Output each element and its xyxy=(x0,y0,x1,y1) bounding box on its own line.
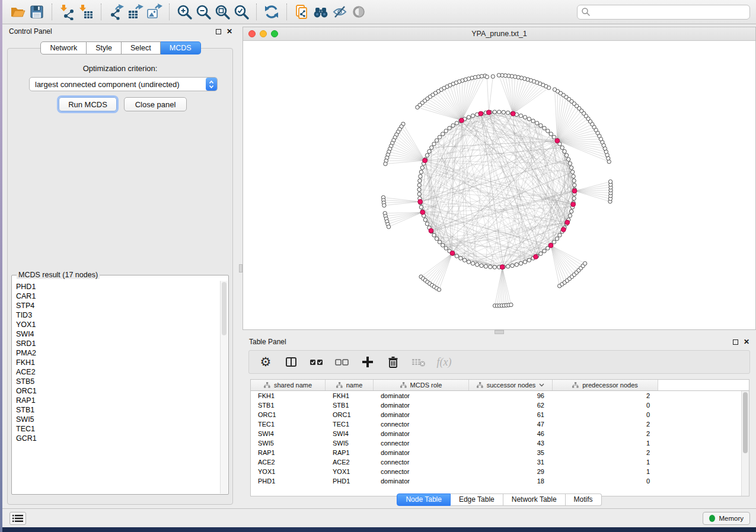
apply-layout-icon[interactable] xyxy=(262,2,281,21)
tab-node-table[interactable]: Node Table xyxy=(397,493,451,506)
mcds-result-item[interactable]: FKH1 xyxy=(16,358,220,367)
mcds-result-item[interactable]: PMA2 xyxy=(16,348,220,358)
tab-mcds[interactable]: MCDS xyxy=(161,41,201,55)
mcds-result-item[interactable]: SWI5 xyxy=(16,415,220,424)
show-columns-icon[interactable] xyxy=(283,354,299,370)
column-header-shared-name[interactable]: shared name xyxy=(251,380,326,390)
mcds-result-item[interactable]: ORC1 xyxy=(16,386,220,396)
minimize-window-icon[interactable] xyxy=(260,30,267,37)
memory-button[interactable]: Memory xyxy=(703,512,750,525)
table-row[interactable]: PHD1PHD1dominator180 xyxy=(251,476,749,486)
tab-select[interactable]: Select xyxy=(122,41,161,55)
delete-table-icon xyxy=(411,354,426,370)
table-row[interactable]: RAP1RAP1dominator352 xyxy=(251,448,749,457)
table-cell: PHD1 xyxy=(326,477,374,485)
table-cell: connector xyxy=(374,459,469,466)
table-toolbar: ⚙ xyxy=(248,350,750,374)
float-panel-icon[interactable] xyxy=(216,29,221,34)
import-network-icon[interactable] xyxy=(58,2,76,21)
tab-network-table[interactable]: Network Table xyxy=(503,493,566,506)
table-row[interactable]: SWI4SWI4dominator462 xyxy=(251,429,749,438)
optimization-select[interactable]: largest connected component (undirected) xyxy=(29,77,218,91)
close-panel-icon[interactable]: ✕ xyxy=(227,28,232,35)
mcds-result-list[interactable]: PHD1CAR1STP4TID3YOX1SWI4SRD1PMA2FKH1ACE2… xyxy=(12,281,220,493)
mcds-result-item[interactable]: TID3 xyxy=(16,310,220,320)
node-table: shared namenameMCDS rolesuccessor nodesp… xyxy=(250,379,749,496)
zoom-in-icon[interactable] xyxy=(175,2,194,21)
mcds-result-item[interactable]: STP4 xyxy=(16,301,220,310)
table-row[interactable]: TEC1TEC1connector472 xyxy=(251,419,749,429)
table-row[interactable]: YOX1YOX1connector291 xyxy=(251,467,749,476)
run-mcds-button[interactable]: Run MCDS xyxy=(59,97,117,111)
zoom-fit-icon[interactable] xyxy=(213,2,232,21)
mcds-result-item[interactable]: STB5 xyxy=(16,377,220,386)
close-window-icon[interactable] xyxy=(248,30,256,37)
zoom-selected-icon[interactable] xyxy=(232,2,251,21)
create-column-plus-icon[interactable] xyxy=(360,354,375,370)
column-header-label: MCDS role xyxy=(410,382,442,389)
mcds-result-item[interactable]: SWI4 xyxy=(16,329,220,339)
table-row[interactable]: ACE2ACE2connector311 xyxy=(251,457,749,467)
table-cell: 1 xyxy=(553,459,658,466)
maximize-window-icon[interactable] xyxy=(271,30,278,37)
zoom-out-icon[interactable] xyxy=(194,2,213,21)
horizontal-splitter-grip[interactable] xyxy=(495,330,504,334)
mcds-result-item[interactable]: SRD1 xyxy=(16,339,220,348)
network-graph[interactable] xyxy=(243,41,755,329)
export-table-icon[interactable] xyxy=(126,2,145,21)
search-input[interactable] xyxy=(591,7,746,17)
tab-edge-table[interactable]: Edge Table xyxy=(451,493,503,506)
hide-graphics-icon[interactable] xyxy=(330,2,349,21)
mcds-result-item[interactable]: PHD1 xyxy=(16,282,220,291)
optimization-select-value: largest connected component (undirected) xyxy=(35,80,180,89)
column-header-predecessor-nodes[interactable]: predecessor nodes xyxy=(553,380,658,390)
network-titlebar[interactable]: YPA_prune.txt_1 xyxy=(243,27,755,41)
column-header-successor-nodes[interactable]: successor nodes xyxy=(469,380,553,390)
open-file-icon[interactable] xyxy=(8,2,27,21)
memory-status-icon xyxy=(709,515,715,522)
find-binoculars-icon[interactable] xyxy=(311,2,330,21)
save-session-icon[interactable] xyxy=(27,2,46,21)
tab-network[interactable]: Network xyxy=(40,41,87,55)
network-canvas[interactable] xyxy=(243,41,755,329)
table-row[interactable]: ORC1ORC1dominator610 xyxy=(251,410,749,419)
network-from-clipboard-icon[interactable] xyxy=(292,2,311,21)
import-table-icon[interactable] xyxy=(76,2,95,21)
delete-columns-trash-icon[interactable] xyxy=(385,354,401,370)
table-cell: dominator xyxy=(374,449,469,456)
float-table-panel-icon[interactable] xyxy=(733,339,738,345)
select-all-rows-icon[interactable] xyxy=(309,354,324,370)
table-panel-title: Table Panel xyxy=(249,338,286,346)
close-panel-button[interactable]: Close panel xyxy=(124,97,187,111)
mcds-result-item[interactable]: GCR1 xyxy=(16,434,220,443)
mcds-result-item[interactable]: TEC1 xyxy=(16,424,220,434)
mcds-result-item[interactable]: RAP1 xyxy=(16,396,220,405)
column-header-MCDS-role[interactable]: MCDS role xyxy=(374,380,469,390)
mcds-result-item[interactable]: YOX1 xyxy=(16,320,220,329)
column-header-name[interactable]: name xyxy=(326,380,374,390)
table-scrollbar-thumb[interactable] xyxy=(743,392,748,453)
table-row[interactable]: SWI5SWI5connector431 xyxy=(251,438,749,448)
search-box[interactable] xyxy=(577,5,750,20)
export-image-icon[interactable] xyxy=(145,2,164,21)
tab-style[interactable]: Style xyxy=(87,41,122,55)
horizontal-splitter[interactable] xyxy=(243,330,756,335)
sort-descending-icon xyxy=(539,383,544,387)
mcds-list-scrollbar[interactable] xyxy=(220,281,228,493)
table-cell: 61 xyxy=(469,411,553,418)
table-row[interactable]: STB1STB1dominator620 xyxy=(251,400,749,410)
table-row[interactable]: FKH1FKH1dominator962 xyxy=(251,391,749,400)
table-scrollbar[interactable] xyxy=(741,391,749,496)
select-stepper-icon xyxy=(206,78,217,91)
mcds-result-item[interactable]: STB1 xyxy=(16,405,220,415)
export-network-icon[interactable] xyxy=(107,2,126,21)
deselect-all-rows-icon[interactable] xyxy=(334,354,350,370)
table-settings-gear-icon[interactable]: ⚙ xyxy=(258,354,273,370)
mcds-result-item[interactable]: CAR1 xyxy=(16,291,220,301)
table-cell: 1 xyxy=(553,468,658,475)
table-cell: 2 xyxy=(553,449,658,456)
mcds-result-item[interactable]: ACE2 xyxy=(16,367,220,377)
close-table-panel-icon[interactable]: ✕ xyxy=(744,338,749,345)
task-history-button[interactable] xyxy=(9,512,26,525)
tab-motifs[interactable]: Motifs xyxy=(566,493,602,506)
